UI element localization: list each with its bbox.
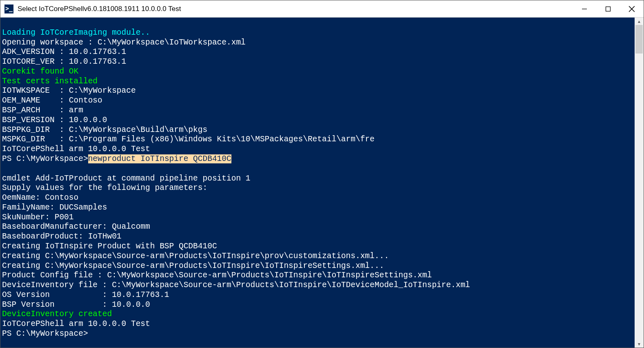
prompt[interactable]: PS C:\MyWorkspace>: [2, 329, 88, 338]
command-highlighted: IoTInspire QCDB410C: [136, 154, 231, 163]
maximize-button[interactable]: [596, 0, 620, 17]
powershell-icon-glyph: >_: [5, 6, 13, 12]
scroll-down-icon[interactable]: ▼: [635, 340, 644, 348]
output-line: IoTCorePShell arm 10.0.0.0 Test: [2, 145, 150, 154]
output-line: IOTCORE_VER : 10.0.17763.1: [2, 57, 126, 66]
output-line: Supply values for the following paramete…: [2, 183, 207, 192]
output-line: OS Version : 10.0.17763.1: [2, 290, 169, 299]
output-line: Creating C:\MyWorkspace\Source-arm\Produ…: [2, 261, 384, 270]
output-line: BSP_ARCH : arm: [2, 106, 83, 115]
output-line: FamilyName: DUCSamples: [2, 203, 107, 212]
output-line: BaseboardProduct: IoTHw01: [2, 232, 122, 241]
window-controls: [573, 0, 644, 17]
output-line: Opening workspace : C:\MyWorkspace\IoTWo…: [2, 38, 246, 47]
powershell-icon: >_: [4, 4, 13, 13]
output-line: ADK_VERSION : 10.0.17763.1: [2, 47, 126, 56]
output-line: BSP Version : 10.0.0.0: [2, 300, 150, 309]
output-line: OemName: Contoso: [2, 193, 78, 202]
output-line: Test certs installed: [2, 77, 98, 86]
output-line: Product Config file : C:\MyWorkspace\Sou…: [2, 271, 432, 280]
command-highlighted: newproduct: [88, 154, 136, 163]
scroll-thumb[interactable]: [635, 25, 643, 54]
terminal-output[interactable]: Loading IoTCoreImaging module.. Opening …: [0, 18, 635, 348]
svg-rect-1: [606, 7, 611, 11]
output-line: MSPKG_DIR : C:\Program Files (x86)\Windo…: [2, 135, 375, 144]
output-line: cmdlet Add-IoTProduct at command pipelin…: [2, 174, 251, 183]
output-line: IoTCorePShell arm 10.0.0.0 Test: [2, 319, 150, 328]
output-line: DeviceInventory created: [2, 310, 112, 319]
output-line: Corekit found OK: [2, 67, 78, 76]
output-line: BSPPKG_DIR : C:\MyWorkspace\Build\arm\pk…: [2, 125, 207, 134]
window-title: Select IoTCorePShellv6.0.181008.1911 10.…: [18, 5, 573, 13]
output-line: BSP_VERSION : 10.0.0.0: [2, 116, 107, 125]
output-line: Creating C:\MyWorkspace\Source-arm\Produ…: [2, 252, 389, 261]
output-line: SkuNumber: P001: [2, 213, 74, 222]
output-line: Loading IoTCoreImaging module..: [2, 28, 150, 37]
prompt: PS C:\MyWorkspace>: [2, 154, 88, 163]
vertical-scrollbar[interactable]: ▲ ▼: [635, 18, 644, 348]
output-line: BaseboardManufacturer: Qualcomm: [2, 222, 150, 231]
titlebar[interactable]: >_ Select IoTCorePShellv6.0.181008.1911 …: [0, 0, 644, 18]
output-line: Creating IoTInspire Product with BSP QCD…: [2, 242, 217, 251]
minimize-button[interactable]: [573, 0, 596, 17]
output-line: IOTWKSPACE : C:\MyWorkspace: [2, 86, 136, 95]
output-line: DeviceInventory file : C:\MyWorkspace\So…: [2, 281, 470, 290]
scroll-up-icon[interactable]: ▲: [635, 18, 644, 25]
output-line: OEM_NAME : Contoso: [2, 96, 102, 105]
close-button[interactable]: [620, 0, 644, 17]
